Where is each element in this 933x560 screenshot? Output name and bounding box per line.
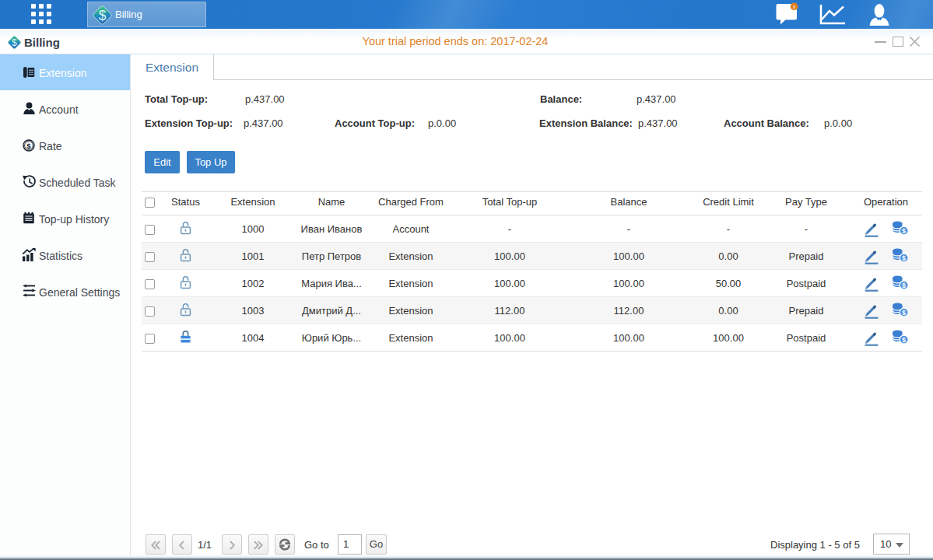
svg-text:$: $ — [902, 254, 906, 262]
svg-text:$: $ — [902, 336, 906, 344]
svg-text:$: $ — [26, 142, 31, 150]
svg-text:$: $ — [99, 8, 107, 23]
svg-text:$: $ — [902, 309, 906, 317]
svg-text:$: $ — [902, 227, 906, 235]
svg-text:!: ! — [793, 4, 795, 11]
svg-text:$: $ — [12, 37, 17, 48]
svg-text:$: $ — [902, 282, 906, 289]
